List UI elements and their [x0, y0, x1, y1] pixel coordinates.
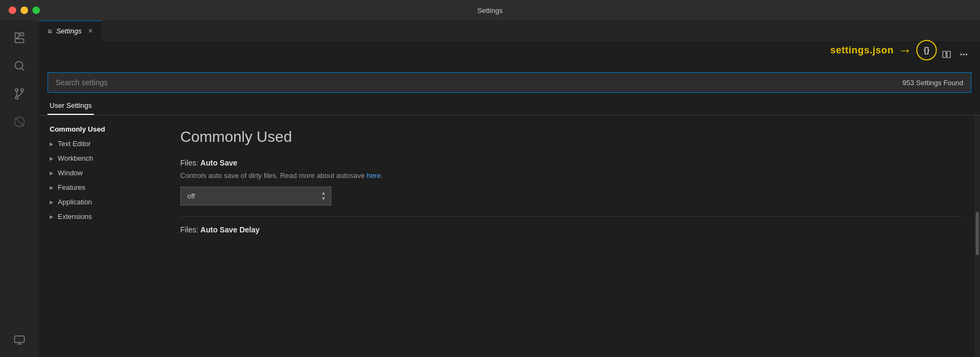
section-title: Commonly Used — [180, 128, 963, 146]
settings-panel: Commonly Used Files: Auto Save Controls … — [163, 115, 980, 357]
nav-item-workbench[interactable]: ▶ Workbench — [39, 151, 163, 166]
minimize-button[interactable] — [21, 6, 28, 14]
svg-point-15 — [961, 54, 962, 56]
title-bar: Settings — [0, 0, 980, 20]
window-title: Settings — [478, 6, 503, 15]
tab-bar: ≡ Settings ✕ — [39, 20, 980, 41]
setting-description-suffix: . — [380, 171, 383, 180]
split-editor-button[interactable] — [939, 47, 954, 62]
scrollbar-track — [975, 115, 980, 357]
autosave-help-link[interactable]: here — [366, 171, 380, 180]
tab-close-button[interactable]: ✕ — [88, 28, 93, 35]
svg-rect-0 — [15, 33, 19, 38]
user-settings-tab[interactable]: User Settings — [47, 97, 94, 115]
svg-point-7 — [16, 97, 18, 99]
setting-item-autosave: Files: Auto Save Controls auto save of d… — [180, 159, 963, 205]
settings-tabs: User Settings — [39, 97, 980, 115]
svg-point-5 — [16, 89, 18, 92]
search-bar-container: 953 Settings Found — [39, 68, 980, 97]
nav-item-application[interactable]: ▶ Application — [39, 195, 163, 209]
nav-item-features[interactable]: ▶ Features — [39, 180, 163, 195]
svg-rect-13 — [943, 51, 946, 58]
annotation-circle[interactable]: {} — [916, 40, 937, 60]
features-label: Features — [58, 183, 85, 191]
nav-item-extensions[interactable]: ▶ Extensions — [39, 209, 163, 224]
extensions-disabled-icon[interactable] — [6, 109, 32, 135]
nav-item-window[interactable]: ▶ Window — [39, 166, 163, 180]
annotation-arrow: → — [898, 42, 912, 59]
search-bar-wrapper: 953 Settings Found — [47, 72, 971, 93]
settings-header: settings.json → {} — [39, 41, 980, 68]
application-chevron: ▶ — [50, 200, 53, 205]
more-actions-button[interactable] — [956, 47, 971, 62]
nav-item-commonly-used[interactable]: Commonly Used — [39, 122, 163, 136]
settings-json-annotation: settings.json → {} — [830, 40, 937, 60]
setting-label-autosave: Files: Auto Save — [180, 159, 963, 167]
setting-label-prefix: Files: — [180, 159, 200, 167]
svg-rect-2 — [20, 33, 24, 36]
activity-bar — [0, 20, 39, 357]
annotation-text: settings.json — [830, 45, 894, 56]
window-label: Window — [58, 169, 83, 177]
search-activity-icon[interactable] — [6, 53, 32, 79]
text-editor-chevron: ▶ — [50, 141, 53, 147]
setting-label-delay-bold: Auto Save Delay — [200, 225, 260, 234]
features-chevron: ▶ — [50, 185, 53, 190]
setting-label-bold: Auto Save — [200, 159, 237, 167]
settings-tab[interactable]: ≡ Settings ✕ — [39, 20, 101, 41]
window-chevron: ▶ — [50, 170, 53, 176]
svg-point-17 — [966, 54, 968, 56]
commonly-used-label: Commonly Used — [50, 125, 105, 133]
application-label: Application — [58, 198, 92, 206]
setting-description-autosave: Controls auto save of dirty files. Read … — [180, 170, 963, 181]
tab-menu-icon: ≡ — [47, 27, 52, 36]
maximize-button[interactable] — [32, 6, 40, 14]
search-input[interactable] — [48, 73, 895, 92]
settings-section-divider — [180, 216, 963, 217]
svg-point-16 — [963, 54, 965, 56]
open-json-icon: {} — [924, 46, 930, 54]
svg-point-6 — [21, 89, 24, 92]
source-control-icon[interactable] — [6, 81, 32, 107]
workbench-label: Workbench — [58, 154, 93, 162]
content-area: ≡ Settings ✕ settings.json → {} — [39, 20, 980, 357]
close-button[interactable] — [9, 6, 16, 14]
svg-line-9 — [15, 118, 24, 126]
svg-point-3 — [15, 61, 23, 69]
traffic-lights — [9, 6, 40, 14]
svg-line-4 — [22, 68, 25, 71]
tab-label: Settings — [56, 27, 81, 35]
scrollbar-thumb[interactable] — [976, 212, 979, 255]
autosave-select-wrapper: off afterDelay onFocusChange onWindowCha… — [180, 187, 331, 205]
extensions-chevron: ▶ — [50, 214, 53, 219]
autosave-select[interactable]: off afterDelay onFocusChange onWindowCha… — [180, 187, 331, 205]
settings-nav: Commonly Used ▶ Text Editor ▶ Workbench … — [39, 115, 163, 357]
nav-item-text-editor[interactable]: ▶ Text Editor — [39, 136, 163, 151]
setting-label-delay-prefix: Files: — [180, 225, 200, 234]
remote-icon[interactable] — [6, 327, 32, 353]
setting-item-autosave-delay: Files: Auto Save Delay — [180, 225, 963, 234]
search-results-count: 953 Settings Found — [895, 79, 971, 87]
svg-rect-1 — [15, 39, 24, 43]
setting-label-autosave-delay: Files: Auto Save Delay — [180, 225, 963, 234]
workbench-chevron: ▶ — [50, 156, 53, 161]
text-editor-label: Text Editor — [58, 140, 91, 148]
explorer-icon[interactable] — [6, 25, 32, 51]
extensions-label: Extensions — [58, 212, 92, 221]
app-body: ≡ Settings ✕ settings.json → {} — [0, 20, 980, 357]
settings-body: Commonly Used ▶ Text Editor ▶ Workbench … — [39, 115, 980, 357]
svg-rect-10 — [15, 336, 24, 342]
setting-description-text: Controls auto save of dirty files. Read … — [180, 171, 366, 180]
svg-rect-14 — [947, 51, 950, 58]
